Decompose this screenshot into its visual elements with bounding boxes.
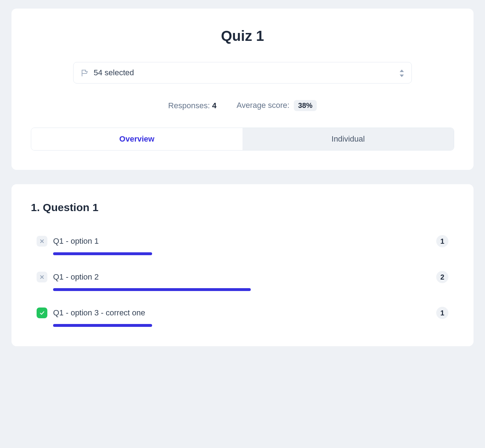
responses-stat: Responses: 4 [168,101,217,110]
options-list: Q1 - option 11Q1 - option 22Q1 - option … [31,235,454,327]
selection-label: 54 selected [94,68,399,77]
option-group: Q1 - option 11 [31,235,454,255]
responses-label: Responses: [168,101,212,110]
option-bar [53,324,448,327]
check-icon [37,308,47,318]
option-label: Q1 - option 2 [53,272,436,282]
tab-overview[interactable]: Overview [31,128,242,150]
x-icon [37,272,47,282]
option-row: Q1 - option 11 [31,235,454,247]
option-group: Q1 - option 3 - correct one1 [31,307,454,327]
flag-icon [81,69,89,77]
stats-row: Responses: 4 Average score: 38% [31,100,454,111]
option-bar [53,252,448,255]
option-bar-fill [53,288,251,291]
option-group: Q1 - option 22 [31,271,454,291]
question-title: 1. Question 1 [31,201,454,214]
question-card: 1. Question 1 Q1 - option 11Q1 - option … [11,184,474,346]
avgscore-value: 38% [294,100,317,111]
option-count-badge: 1 [436,307,448,319]
option-label: Q1 - option 3 - correct one [53,308,436,318]
tab-individual[interactable]: Individual [242,128,454,150]
quiz-summary-card: Quiz 1 54 selected Responses: 4 Average … [11,9,474,170]
option-bar-fill [53,324,152,327]
option-label: Q1 - option 1 [53,237,436,246]
tabs: Overview Individual [31,128,454,151]
avgscore-label: Average score: [236,101,292,110]
page-title: Quiz 1 [31,28,454,44]
x-icon [37,236,47,247]
responses-value: 4 [212,101,216,110]
selection-dropdown[interactable]: 54 selected [73,62,412,84]
option-row: Q1 - option 22 [31,271,454,283]
option-bar [53,288,448,291]
option-row: Q1 - option 3 - correct one1 [31,307,454,319]
option-count-badge: 1 [436,235,448,247]
option-count-badge: 2 [436,271,448,283]
chevron-up-down-icon [399,70,404,76]
option-bar-fill [53,252,152,255]
avgscore-stat: Average score: 38% [236,100,317,111]
